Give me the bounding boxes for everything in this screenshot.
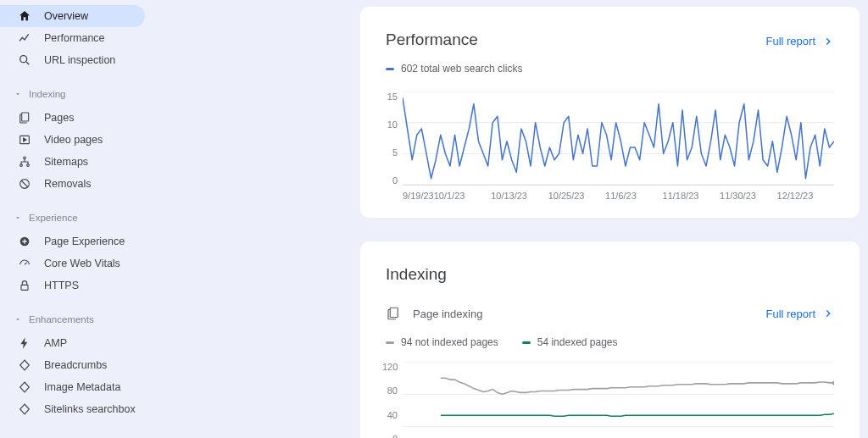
svg-point-5 (27, 164, 30, 167)
sidebar-section-label: Experience (29, 213, 78, 223)
sitemap-icon (17, 154, 32, 169)
indexing-title: Indexing (386, 265, 834, 284)
sidebar-item-label: Overview (44, 10, 88, 22)
chevron-down-icon (14, 213, 22, 222)
performance-card: Performance Full report 602 total web se… (360, 7, 860, 218)
sidebar-item-core-web-vitals[interactable]: Core Web Vitals (0, 252, 145, 274)
performance-chart: 151050 9/19/2310/1/2310/13/2310/25/2311/… (386, 91, 834, 201)
lock-icon (17, 278, 32, 293)
indexing-full-report-link[interactable]: Full report (765, 308, 834, 320)
performance-legend: 602 total web search clicks (386, 63, 522, 75)
sidebar-item-label: HTTPS (44, 280, 79, 291)
sidebar-item-sitelinks-searchbox[interactable]: Sitelinks searchbox (0, 398, 145, 420)
legend-text: 602 total web search clicks (401, 63, 522, 75)
sidebar: Overview Performance URL inspection Inde… (0, 0, 157, 438)
bolt-icon (17, 335, 32, 351)
chevron-right-icon (822, 36, 834, 47)
search-icon (17, 53, 32, 68)
chevron-down-icon (14, 90, 22, 98)
sidebar-item-url-inspection[interactable]: URL inspection (0, 49, 145, 71)
y-axis: 151050 (382, 91, 398, 186)
sidebar-item-label: Sitelinks searchbox (44, 403, 136, 415)
sidebar-item-label: Sitemaps (44, 156, 88, 168)
svg-rect-1 (22, 113, 29, 121)
legend-swatch (386, 68, 394, 70)
video-icon (17, 132, 32, 147)
diamond-icon (17, 358, 32, 373)
sidebar-item-performance[interactable]: Performance (0, 27, 145, 49)
full-report-label: Full report (765, 308, 815, 320)
plus-circle-icon (17, 234, 32, 249)
indexing-legend-not-indexed: 94 not indexed pages (386, 336, 498, 348)
sidebar-item-image-metadata[interactable]: Image Metadata (0, 376, 145, 398)
sidebar-item-overview[interactable]: Overview (0, 5, 145, 27)
trend-icon (17, 30, 32, 46)
home-icon (17, 8, 32, 24)
svg-point-3 (24, 157, 26, 159)
sidebar-item-label: URL inspection (44, 54, 115, 66)
full-report-label: Full report (765, 35, 815, 47)
pages-icon (17, 110, 32, 125)
sidebar-item-pages[interactable]: Pages (0, 107, 145, 129)
legend-text: 54 indexed pages (537, 336, 618, 348)
legend-swatch (386, 341, 394, 344)
indexing-card: Indexing Page indexing Full report 94 no… (360, 241, 860, 438)
diamond-icon (17, 380, 32, 395)
svg-point-18 (832, 380, 834, 385)
legend-swatch (522, 341, 531, 344)
sidebar-item-label: Removals (44, 178, 92, 190)
svg-rect-8 (21, 285, 28, 290)
sidebar-item-sitemaps[interactable]: Sitemaps (0, 151, 145, 173)
sidebar-item-page-experience[interactable]: Page Experience (0, 230, 145, 252)
svg-rect-13 (390, 308, 398, 317)
sidebar-item-amp[interactable]: AMP (0, 332, 145, 354)
sidebar-item-label: AMP (44, 337, 67, 349)
performance-full-report-link[interactable]: Full report (765, 35, 834, 47)
sidebar-item-label: Core Web Vitals (44, 258, 120, 269)
chevron-down-icon (14, 315, 22, 324)
sidebar-section-label: Indexing (29, 89, 65, 99)
sidebar-section-indexing[interactable]: Indexing (0, 81, 157, 107)
chevron-right-icon (822, 308, 834, 319)
x-axis: 9/19/2310/1/2310/13/2310/25/2311/6/2311/… (403, 191, 834, 201)
remove-icon (17, 176, 32, 191)
y-axis: 12080400 (382, 362, 398, 438)
diamond-icon (17, 402, 32, 417)
speed-icon (17, 256, 32, 271)
sidebar-item-https[interactable]: HTTPS (0, 274, 145, 297)
sidebar-item-label: Performance (44, 32, 105, 44)
sidebar-item-removals[interactable]: Removals (0, 173, 145, 195)
pages-icon (386, 306, 401, 321)
sidebar-item-label: Page Experience (44, 236, 125, 247)
main-content: Performance Full report 602 total web se… (157, 0, 868, 438)
svg-point-4 (20, 164, 23, 167)
legend-text: 94 not indexed pages (401, 336, 498, 348)
sidebar-item-video-pages[interactable]: Video pages (0, 129, 145, 151)
sidebar-item-label: Video pages (44, 134, 103, 146)
indexing-sub-label: Page indexing (413, 308, 482, 320)
sidebar-item-label: Image Metadata (44, 381, 120, 393)
indexing-legend-indexed: 54 indexed pages (522, 336, 618, 348)
performance-title: Performance (386, 30, 478, 49)
sidebar-item-label: Pages (44, 112, 74, 124)
sidebar-section-experience[interactable]: Experience (0, 205, 157, 230)
sidebar-item-breadcrumbs[interactable]: Breadcrumbs (0, 354, 145, 376)
sidebar-section-enhancements[interactable]: Enhancements (0, 307, 157, 332)
indexing-chart: 12080400 (386, 362, 834, 438)
sidebar-section-label: Enhancements (29, 314, 94, 324)
svg-point-0 (20, 56, 27, 63)
sidebar-item-label: Breadcrumbs (44, 359, 107, 371)
